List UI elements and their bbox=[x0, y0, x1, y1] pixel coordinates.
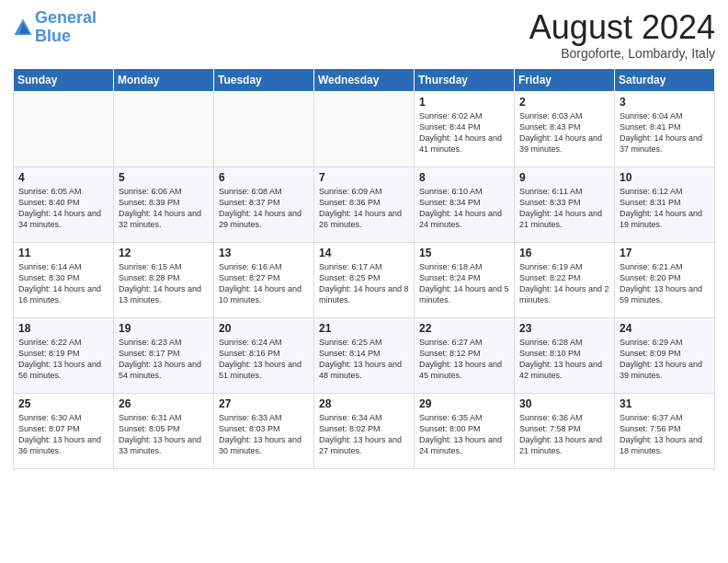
day-of-week-header: Saturday bbox=[615, 68, 715, 91]
calendar-cell: 4Sunrise: 6:05 AM Sunset: 8:40 PM Daylig… bbox=[14, 167, 114, 242]
calendar-cell: 1Sunrise: 6:02 AM Sunset: 8:44 PM Daylig… bbox=[415, 91, 515, 167]
calendar-cell: 31Sunrise: 6:37 AM Sunset: 7:56 PM Dayli… bbox=[615, 393, 715, 468]
day-number: 30 bbox=[519, 397, 609, 410]
day-number: 1 bbox=[419, 96, 509, 109]
calendar-week-row: 11Sunrise: 6:14 AM Sunset: 8:30 PM Dayli… bbox=[14, 242, 715, 317]
day-info: Sunrise: 6:28 AM Sunset: 8:10 PM Dayligh… bbox=[519, 337, 609, 382]
page-container: General Blue August 2024 Borgoforte, Lom… bbox=[0, 0, 728, 477]
day-info: Sunrise: 6:21 AM Sunset: 8:20 PM Dayligh… bbox=[620, 261, 710, 306]
day-number: 10 bbox=[620, 171, 710, 184]
calendar-cell: 14Sunrise: 6:17 AM Sunset: 8:25 PM Dayli… bbox=[314, 242, 415, 317]
day-number: 18 bbox=[18, 322, 108, 335]
calendar-cell: 15Sunrise: 6:18 AM Sunset: 8:24 PM Dayli… bbox=[415, 242, 515, 317]
day-number: 22 bbox=[419, 322, 509, 335]
day-info: Sunrise: 6:15 AM Sunset: 8:28 PM Dayligh… bbox=[119, 261, 209, 306]
calendar-table: SundayMondayTuesdayWednesdayThursdayFrid… bbox=[13, 68, 715, 469]
calendar-cell: 2Sunrise: 6:03 AM Sunset: 8:43 PM Daylig… bbox=[515, 91, 615, 167]
day-number: 31 bbox=[620, 397, 710, 410]
calendar-cell: 18Sunrise: 6:22 AM Sunset: 8:19 PM Dayli… bbox=[14, 317, 114, 393]
day-number: 21 bbox=[319, 322, 409, 335]
calendar-week-row: 4Sunrise: 6:05 AM Sunset: 8:40 PM Daylig… bbox=[14, 167, 715, 242]
day-info: Sunrise: 6:19 AM Sunset: 8:22 PM Dayligh… bbox=[519, 261, 609, 306]
logo-icon bbox=[13, 17, 33, 38]
day-number: 24 bbox=[620, 322, 710, 335]
calendar-cell: 12Sunrise: 6:15 AM Sunset: 8:28 PM Dayli… bbox=[114, 242, 214, 317]
calendar-week-row: 25Sunrise: 6:30 AM Sunset: 8:07 PM Dayli… bbox=[14, 393, 715, 468]
day-number: 8 bbox=[419, 171, 509, 184]
day-number: 7 bbox=[319, 171, 409, 184]
day-number: 26 bbox=[119, 397, 209, 410]
day-info: Sunrise: 6:35 AM Sunset: 8:00 PM Dayligh… bbox=[419, 412, 509, 457]
day-info: Sunrise: 6:34 AM Sunset: 8:02 PM Dayligh… bbox=[319, 412, 409, 457]
day-number: 5 bbox=[119, 171, 209, 184]
day-info: Sunrise: 6:16 AM Sunset: 8:27 PM Dayligh… bbox=[219, 261, 309, 306]
title-block: August 2024 Borgoforte, Lombardy, Italy bbox=[529, 9, 715, 61]
day-of-week-header: Sunday bbox=[14, 68, 114, 91]
day-info: Sunrise: 6:06 AM Sunset: 8:39 PM Dayligh… bbox=[119, 186, 209, 231]
calendar-cell: 13Sunrise: 6:16 AM Sunset: 8:27 PM Dayli… bbox=[214, 242, 314, 317]
day-info: Sunrise: 6:25 AM Sunset: 8:14 PM Dayligh… bbox=[319, 337, 409, 382]
day-of-week-header: Friday bbox=[515, 68, 615, 91]
calendar-cell bbox=[314, 91, 415, 167]
day-info: Sunrise: 6:18 AM Sunset: 8:24 PM Dayligh… bbox=[419, 261, 509, 306]
day-number: 12 bbox=[119, 247, 209, 259]
calendar-cell: 20Sunrise: 6:24 AM Sunset: 8:16 PM Dayli… bbox=[214, 317, 314, 393]
day-info: Sunrise: 6:03 AM Sunset: 8:43 PM Dayligh… bbox=[519, 110, 609, 155]
day-number: 17 bbox=[620, 247, 710, 259]
calendar-week-row: 18Sunrise: 6:22 AM Sunset: 8:19 PM Dayli… bbox=[14, 317, 715, 393]
calendar-cell: 29Sunrise: 6:35 AM Sunset: 8:00 PM Dayli… bbox=[415, 393, 515, 468]
calendar-cell: 28Sunrise: 6:34 AM Sunset: 8:02 PM Dayli… bbox=[314, 393, 415, 468]
calendar-cell: 3Sunrise: 6:04 AM Sunset: 8:41 PM Daylig… bbox=[615, 91, 715, 167]
calendar-cell: 25Sunrise: 6:30 AM Sunset: 8:07 PM Dayli… bbox=[14, 393, 114, 468]
day-number: 27 bbox=[219, 397, 309, 410]
day-info: Sunrise: 6:08 AM Sunset: 8:37 PM Dayligh… bbox=[219, 186, 309, 231]
day-info: Sunrise: 6:05 AM Sunset: 8:40 PM Dayligh… bbox=[18, 186, 108, 231]
day-number: 6 bbox=[219, 171, 309, 184]
day-number: 16 bbox=[519, 247, 609, 259]
day-info: Sunrise: 6:02 AM Sunset: 8:44 PM Dayligh… bbox=[419, 110, 509, 155]
day-number: 23 bbox=[519, 322, 609, 335]
day-number: 20 bbox=[219, 322, 309, 335]
calendar-cell: 9Sunrise: 6:11 AM Sunset: 8:33 PM Daylig… bbox=[515, 167, 615, 242]
calendar-cell: 10Sunrise: 6:12 AM Sunset: 8:31 PM Dayli… bbox=[615, 167, 715, 242]
calendar-cell: 30Sunrise: 6:36 AM Sunset: 7:58 PM Dayli… bbox=[515, 393, 615, 468]
page-header: General Blue August 2024 Borgoforte, Lom… bbox=[13, 9, 715, 61]
calendar-week-row: 1Sunrise: 6:02 AM Sunset: 8:44 PM Daylig… bbox=[14, 91, 715, 167]
day-number: 4 bbox=[18, 171, 108, 184]
calendar-cell: 22Sunrise: 6:27 AM Sunset: 8:12 PM Dayli… bbox=[415, 317, 515, 393]
day-number: 3 bbox=[620, 96, 710, 109]
day-info: Sunrise: 6:31 AM Sunset: 8:05 PM Dayligh… bbox=[119, 412, 209, 457]
day-info: Sunrise: 6:09 AM Sunset: 8:36 PM Dayligh… bbox=[319, 186, 409, 231]
day-info: Sunrise: 6:27 AM Sunset: 8:12 PM Dayligh… bbox=[419, 337, 509, 382]
day-info: Sunrise: 6:04 AM Sunset: 8:41 PM Dayligh… bbox=[620, 110, 710, 155]
calendar-cell: 11Sunrise: 6:14 AM Sunset: 8:30 PM Dayli… bbox=[14, 242, 114, 317]
calendar-cell: 27Sunrise: 6:33 AM Sunset: 8:03 PM Dayli… bbox=[214, 393, 314, 468]
calendar-cell bbox=[114, 91, 214, 167]
month-year-title: August 2024 bbox=[529, 9, 715, 46]
calendar-cell: 16Sunrise: 6:19 AM Sunset: 8:22 PM Dayli… bbox=[515, 242, 615, 317]
calendar-cell: 8Sunrise: 6:10 AM Sunset: 8:34 PM Daylig… bbox=[415, 167, 515, 242]
calendar-cell: 19Sunrise: 6:23 AM Sunset: 8:17 PM Dayli… bbox=[114, 317, 214, 393]
day-info: Sunrise: 6:14 AM Sunset: 8:30 PM Dayligh… bbox=[18, 261, 108, 306]
day-info: Sunrise: 6:36 AM Sunset: 7:58 PM Dayligh… bbox=[519, 412, 609, 457]
day-info: Sunrise: 6:11 AM Sunset: 8:33 PM Dayligh… bbox=[519, 186, 609, 231]
day-number: 25 bbox=[18, 397, 108, 410]
day-number: 15 bbox=[419, 247, 509, 259]
calendar-cell: 17Sunrise: 6:21 AM Sunset: 8:20 PM Dayli… bbox=[615, 242, 715, 317]
calendar-cell: 24Sunrise: 6:29 AM Sunset: 8:09 PM Dayli… bbox=[615, 317, 715, 393]
day-info: Sunrise: 6:33 AM Sunset: 8:03 PM Dayligh… bbox=[219, 412, 309, 457]
day-number: 2 bbox=[519, 96, 609, 109]
calendar-cell bbox=[214, 91, 314, 167]
day-of-week-header: Wednesday bbox=[314, 68, 415, 91]
day-number: 14 bbox=[319, 247, 409, 259]
day-number: 19 bbox=[119, 322, 209, 335]
logo-subtext: Blue bbox=[35, 28, 97, 46]
calendar-cell: 5Sunrise: 6:06 AM Sunset: 8:39 PM Daylig… bbox=[114, 167, 214, 242]
day-info: Sunrise: 6:22 AM Sunset: 8:19 PM Dayligh… bbox=[18, 337, 108, 382]
calendar-cell: 26Sunrise: 6:31 AM Sunset: 8:05 PM Dayli… bbox=[114, 393, 214, 468]
day-number: 28 bbox=[319, 397, 409, 410]
calendar-cell: 21Sunrise: 6:25 AM Sunset: 8:14 PM Dayli… bbox=[314, 317, 415, 393]
logo-text: General bbox=[35, 9, 97, 28]
day-number: 13 bbox=[219, 247, 309, 259]
calendar-cell: 6Sunrise: 6:08 AM Sunset: 8:37 PM Daylig… bbox=[214, 167, 314, 242]
